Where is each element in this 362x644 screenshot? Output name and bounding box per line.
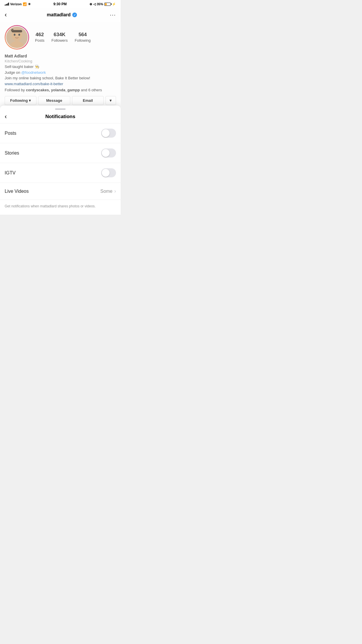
status-left: Verizon 📶 ✳ — [5, 2, 31, 6]
following-label: Following — [75, 38, 91, 43]
chevron-right-icon: › — [114, 188, 116, 194]
followed-by-names: cordyscakes, yolanda_gampp — [26, 88, 80, 92]
chevron-down-icon: ▾ — [29, 98, 31, 103]
activity-icon: ✳ — [28, 2, 31, 6]
stories-toggle-knob — [102, 149, 110, 157]
sheet-handle — [55, 108, 66, 110]
posts-toggle-knob — [102, 129, 110, 137]
gps-icon: ◁ — [93, 2, 96, 6]
following-label: Following — [10, 98, 28, 103]
sheet-footer: Get notifications when mattadlard shares… — [0, 200, 121, 209]
notification-live-row[interactable]: Live Videos Some › — [0, 183, 121, 200]
stat-posts[interactable]: 462 Posts — [35, 32, 45, 43]
stories-toggle[interactable] — [101, 148, 116, 158]
followers-label: Followers — [52, 38, 68, 43]
igtv-toggle-knob — [102, 169, 110, 177]
avatar-image — [8, 27, 26, 48]
followed-by: Followed by cordyscakes, yolanda_gampp a… — [5, 87, 116, 93]
battery-icon — [104, 3, 111, 6]
message-button[interactable]: Message — [38, 96, 70, 105]
following-button[interactable]: Following ▾ — [5, 96, 36, 105]
avatar-container[interactable] — [5, 25, 29, 50]
more-options-button[interactable]: ▾ — [106, 96, 116, 105]
sheet-title: Notifications — [5, 114, 116, 120]
nav-bar: ‹ mattadlard ✓ ··· — [0, 8, 121, 22]
status-bar: Verizon 📶 ✳ 9:30 PM ⊕ ◁ 35% ⚡ — [0, 0, 121, 8]
sheet-header: ‹ Notifications — [0, 111, 121, 123]
footer-note: Get notifications when mattadlard shares… — [5, 204, 116, 209]
notifications-sheet: ‹ Notifications Posts Stories IGTV Li — [0, 106, 121, 215]
notification-stories-row: Stories — [0, 143, 121, 163]
svg-rect-4 — [12, 30, 22, 32]
live-value: Some — [100, 189, 113, 194]
igtv-toggle[interactable] — [101, 168, 116, 177]
followed-by-suffix: and 6 others — [80, 88, 102, 92]
stat-followers[interactable]: 634K Followers — [52, 32, 68, 43]
verified-badge: ✓ — [72, 13, 77, 17]
carrier-label: Verizon — [10, 2, 22, 6]
notification-posts-row: Posts — [0, 123, 121, 143]
stories-label: Stories — [5, 150, 19, 156]
sheet-back-button[interactable]: ‹ — [5, 113, 7, 120]
profile-section: 462 Posts 634K Followers 564 Following M… — [0, 22, 121, 108]
followed-by-prefix: Followed by — [5, 88, 26, 92]
bio-judge-prefix: Judge on — [5, 70, 21, 75]
more-button[interactable]: ··· — [110, 12, 116, 18]
avatar-ring — [5, 25, 29, 50]
time-label: 9:30 PM — [53, 2, 66, 6]
notification-igtv-row: IGTV — [0, 163, 121, 183]
back-button[interactable]: ‹ — [5, 11, 14, 19]
stat-following[interactable]: 564 Following — [75, 32, 91, 43]
svg-point-2 — [14, 34, 15, 36]
bio-url[interactable]: www.mattadlard.com/bake-it-better — [5, 81, 116, 87]
bio-line2: Judge on @foodnetwork — [5, 70, 116, 76]
posts-count: 462 — [35, 32, 45, 38]
action-buttons: Following ▾ Message Email ▾ — [5, 96, 116, 105]
posts-label: Posts — [5, 131, 16, 136]
wifi-icon: 📶 — [23, 2, 27, 6]
profile-bio-text: Self-taught baker 👨‍🍳 Judge on @foodnetw… — [5, 64, 116, 93]
charge-icon: ⚡ — [112, 2, 116, 6]
profile-background: ‹ mattadlard ✓ ··· — [0, 8, 121, 108]
bio-line3: Join my online baking school, Bake It Be… — [5, 75, 116, 81]
location-icon: ⊕ — [89, 2, 92, 6]
live-right: Some › — [100, 188, 116, 194]
igtv-label: IGTV — [5, 170, 15, 176]
following-count: 564 — [75, 32, 91, 38]
avatar — [6, 26, 28, 49]
profile-name: Matt Adlard — [5, 54, 116, 58]
profile-top: 462 Posts 634K Followers 564 Following — [5, 25, 116, 50]
signal-icon — [5, 3, 9, 6]
notification-list: Posts Stories IGTV Live Videos Some › — [0, 123, 121, 200]
bio-line1: Self-taught baker 👨‍🍳 — [5, 64, 116, 70]
followers-count: 634K — [52, 32, 68, 38]
live-videos-label: Live Videos — [5, 189, 29, 194]
svg-point-1 — [9, 41, 24, 48]
username-label: mattadlard — [47, 12, 71, 18]
stats-row: 462 Posts 634K Followers 564 Following — [35, 32, 91, 43]
posts-label: Posts — [35, 38, 45, 43]
profile-category: Kitchen/Cooking — [5, 59, 116, 63]
email-button[interactable]: Email — [72, 96, 104, 105]
bio-foodnetwork-link[interactable]: @foodnetwork — [21, 70, 46, 75]
status-right: ⊕ ◁ 35% ⚡ — [89, 2, 116, 6]
profile-bio: Matt Adlard Kitchen/Cooking Self-taught … — [5, 54, 116, 93]
svg-point-3 — [18, 34, 20, 36]
posts-toggle[interactable] — [101, 129, 116, 138]
battery-percent: 35% — [97, 2, 103, 6]
nav-title: mattadlard ✓ — [47, 12, 77, 18]
